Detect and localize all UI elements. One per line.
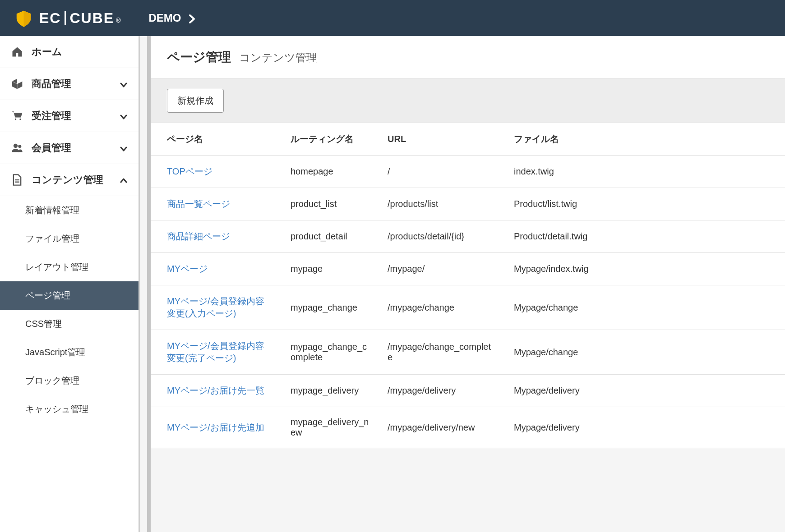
cell-file: index.twig	[505, 156, 785, 188]
cell-route: mypage	[282, 253, 379, 285]
table-row: MYページ/お届け先一覧mypage_delivery/mypage/deliv…	[151, 375, 785, 407]
logo-text-ec: EC	[39, 10, 61, 27]
sidebar-item-home[interactable]: ホーム	[0, 36, 139, 68]
sidebar-subnav: 新着情報管理 ファイル管理 レイアウト管理 ページ管理 CSS管理 JavaSc…	[0, 196, 139, 423]
cell-url: /products/detail/{id}	[379, 220, 505, 253]
cell-route: mypage_change_complete	[282, 330, 379, 375]
cell-url: /mypage/delivery/new	[379, 407, 505, 448]
cell-url: /mypage/	[379, 253, 505, 285]
table-row: MYページ/お届け先追加mypage_delivery_new/mypage/d…	[151, 407, 785, 448]
home-icon	[11, 46, 23, 58]
subnav-item-js[interactable]: JavaScript管理	[0, 338, 139, 367]
subnav-item-page[interactable]: ページ管理	[0, 281, 139, 310]
chevron-down-icon	[120, 80, 128, 88]
page-header: ページ管理 コンテンツ管理	[151, 36, 785, 78]
cell-url: /mypage/change_complete	[379, 330, 505, 375]
table-row: TOPページhomepage/index.twig	[151, 156, 785, 188]
th-page-name: ページ名	[151, 123, 282, 156]
subnav-item-cache[interactable]: キャッシュ管理	[0, 395, 139, 423]
cell-route: mypage_delivery	[282, 375, 379, 407]
cell-url: /mypage/delivery	[379, 375, 505, 407]
th-routing: ルーティング名	[282, 123, 379, 156]
cell-route: mypage_change	[282, 285, 379, 330]
sidebar-item-content[interactable]: コンテンツ管理	[0, 164, 139, 196]
chevron-down-icon	[120, 112, 128, 120]
logo-shield-icon	[14, 8, 34, 28]
cell-route: product_detail	[282, 220, 379, 253]
th-file: ファイル名	[505, 123, 785, 156]
sidebar-item-label: ホーム	[32, 45, 128, 59]
sidebar-item-label: 受注管理	[32, 109, 120, 123]
page-subtitle: コンテンツ管理	[239, 50, 317, 65]
cell-url: /products/list	[379, 188, 505, 220]
table-row: 商品一覧ページproduct_list/products/listProduct…	[151, 188, 785, 220]
page-name-link[interactable]: MYページ/会員登録内容変更(完了ページ)	[151, 330, 282, 375]
table-row: MYページmypage/mypage/Mypage/index.twig	[151, 253, 785, 285]
page-name-link[interactable]: MYページ/会員登録内容変更(入力ページ)	[151, 285, 282, 330]
page-title: ページ管理	[167, 49, 231, 66]
page-name-link[interactable]: MYページ	[151, 253, 282, 285]
subnav-item-layout[interactable]: レイアウト管理	[0, 253, 139, 281]
chevron-right-icon	[189, 14, 195, 23]
cell-route: mypage_delivery_new	[282, 407, 379, 448]
demo-label: DEMO	[148, 12, 181, 24]
top-header: EC CUBE ® DEMO	[0, 0, 785, 36]
sidebar: ホーム 商品管理 受注管理 会員管理 コンテンツ管理 新着情報管理 ファイル管理…	[0, 36, 140, 532]
logo-divider-icon	[65, 11, 66, 25]
sidebar-item-label: 会員管理	[32, 141, 120, 155]
cart-icon	[11, 110, 23, 122]
page-table: ページ名 ルーティング名 URL ファイル名 TOPページhomepage/in…	[151, 123, 785, 448]
logo-trademark: ®	[116, 17, 121, 24]
users-icon	[11, 142, 23, 154]
subnav-item-file[interactable]: ファイル管理	[0, 225, 139, 253]
main-content: ページ管理 コンテンツ管理 新規作成 ページ名 ルーティング名 URL ファイル…	[140, 36, 785, 532]
cell-file: Mypage/delivery	[505, 407, 785, 448]
sidebar-item-orders[interactable]: 受注管理	[0, 100, 139, 132]
table-header-row: ページ名 ルーティング名 URL ファイル名	[151, 123, 785, 156]
demo-link[interactable]: DEMO	[148, 12, 195, 24]
svg-point-1	[18, 145, 21, 148]
subnav-item-block[interactable]: ブロック管理	[0, 367, 139, 395]
cell-route: homepage	[282, 156, 379, 188]
cell-file: Product/detail.twig	[505, 220, 785, 253]
th-url: URL	[379, 123, 505, 156]
create-button[interactable]: 新規作成	[167, 89, 224, 113]
page-name-link[interactable]: MYページ/お届け先一覧	[151, 375, 282, 407]
table-row: MYページ/会員登録内容変更(入力ページ)mypage_change/mypag…	[151, 285, 785, 330]
file-icon	[11, 174, 23, 186]
page-name-link[interactable]: TOPページ	[151, 156, 282, 188]
cube-icon	[11, 78, 23, 90]
cell-file: Mypage/index.twig	[505, 253, 785, 285]
toolbar: 新規作成	[151, 78, 785, 123]
subnav-item-css[interactable]: CSS管理	[0, 310, 139, 338]
page-name-link[interactable]: 商品詳細ページ	[151, 220, 282, 253]
sidebar-item-label: コンテンツ管理	[32, 173, 120, 187]
cell-file: Mypage/change	[505, 285, 785, 330]
cell-route: product_list	[282, 188, 379, 220]
cell-url: /	[379, 156, 505, 188]
table-row: 商品詳細ページproduct_detail/products/detail/{i…	[151, 220, 785, 253]
sidebar-item-label: 商品管理	[32, 77, 120, 91]
page-name-link[interactable]: MYページ/お届け先追加	[151, 407, 282, 448]
cell-file: Mypage/delivery	[505, 375, 785, 407]
cell-url: /mypage/change	[379, 285, 505, 330]
chevron-up-icon	[120, 176, 128, 184]
sidebar-item-products[interactable]: 商品管理	[0, 68, 139, 100]
subnav-item-news[interactable]: 新着情報管理	[0, 196, 139, 225]
cell-file: Mypage/change	[505, 330, 785, 375]
page-name-link[interactable]: 商品一覧ページ	[151, 188, 282, 220]
chevron-down-icon	[120, 144, 128, 152]
svg-point-0	[14, 144, 18, 148]
table-row: MYページ/会員登録内容変更(完了ページ)mypage_change_compl…	[151, 330, 785, 375]
logo-text-cube: CUBE	[69, 10, 114, 27]
cell-file: Product/list.twig	[505, 188, 785, 220]
logo[interactable]: EC CUBE ®	[14, 8, 121, 28]
sidebar-item-members[interactable]: 会員管理	[0, 132, 139, 164]
